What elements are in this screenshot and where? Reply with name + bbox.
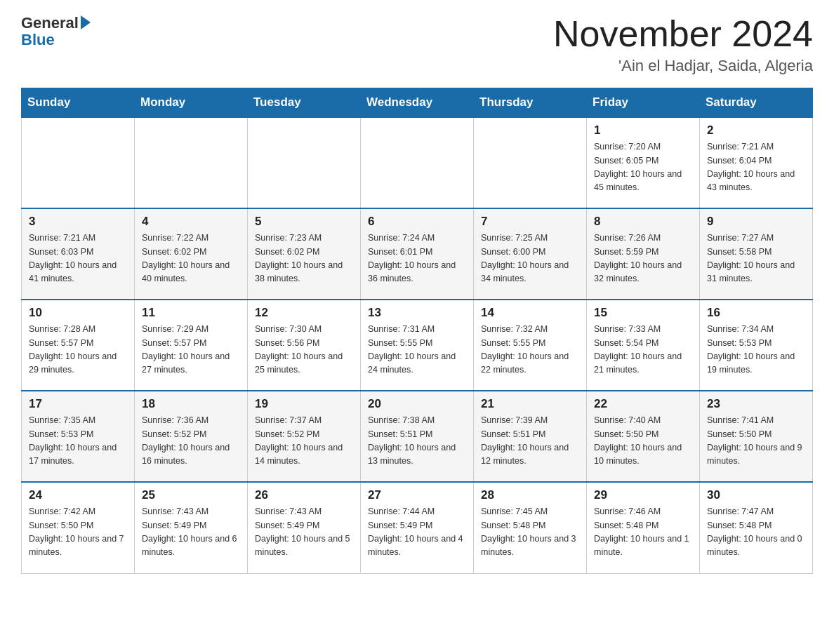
day-info: Sunrise: 7:45 AMSunset: 5:48 PMDaylight:…	[481, 505, 579, 560]
day-number: 2	[707, 123, 805, 137]
calendar-cell: 6Sunrise: 7:24 AMSunset: 6:01 PMDaylight…	[361, 208, 474, 300]
day-info: Sunrise: 7:28 AMSunset: 5:57 PMDaylight:…	[29, 323, 127, 377]
day-info: Sunrise: 7:32 AMSunset: 5:55 PMDaylight:…	[481, 323, 579, 377]
calendar-cell: 15Sunrise: 7:33 AMSunset: 5:54 PMDayligh…	[587, 300, 700, 391]
day-info: Sunrise: 7:36 AMSunset: 5:52 PMDaylight:…	[142, 414, 240, 469]
day-info: Sunrise: 7:25 AMSunset: 6:00 PMDaylight:…	[481, 232, 579, 286]
calendar-cell	[135, 117, 248, 208]
day-number: 13	[368, 306, 466, 320]
calendar-cell: 21Sunrise: 7:39 AMSunset: 5:51 PMDayligh…	[474, 391, 587, 482]
weekday-header-saturday: Saturday	[700, 88, 813, 118]
weekday-header-friday: Friday	[587, 88, 700, 118]
calendar-cell: 30Sunrise: 7:47 AMSunset: 5:48 PMDayligh…	[700, 482, 813, 573]
day-number: 16	[707, 306, 805, 320]
day-number: 27	[368, 488, 466, 502]
calendar-cell: 27Sunrise: 7:44 AMSunset: 5:49 PMDayligh…	[361, 482, 474, 573]
logo-arrow-icon	[81, 15, 91, 29]
day-info: Sunrise: 7:38 AMSunset: 5:51 PMDaylight:…	[368, 414, 466, 469]
day-number: 12	[255, 306, 353, 320]
calendar-cell: 17Sunrise: 7:35 AMSunset: 5:53 PMDayligh…	[22, 391, 135, 482]
day-info: Sunrise: 7:40 AMSunset: 5:50 PMDaylight:…	[594, 414, 692, 469]
day-number: 4	[142, 215, 240, 229]
calendar-week-row: 10Sunrise: 7:28 AMSunset: 5:57 PMDayligh…	[22, 300, 813, 391]
day-number: 28	[481, 488, 579, 502]
day-info: Sunrise: 7:47 AMSunset: 5:48 PMDaylight:…	[707, 505, 805, 560]
day-info: Sunrise: 7:39 AMSunset: 5:51 PMDaylight:…	[481, 414, 579, 469]
day-number: 23	[707, 397, 805, 411]
day-info: Sunrise: 7:43 AMSunset: 5:49 PMDaylight:…	[255, 505, 353, 560]
weekday-header-thursday: Thursday	[474, 88, 587, 118]
day-number: 24	[29, 488, 127, 502]
day-number: 14	[481, 306, 579, 320]
day-number: 21	[481, 397, 579, 411]
calendar-cell	[22, 117, 135, 208]
day-number: 26	[255, 488, 353, 502]
logo-text: General	[21, 14, 79, 32]
day-number: 20	[368, 397, 466, 411]
title-block: November 2024 'Ain el Hadjar, Saida, Alg…	[553, 14, 813, 75]
weekday-header-wednesday: Wednesday	[361, 88, 474, 118]
logo-blue-text: Blue	[21, 31, 55, 49]
calendar-cell: 1Sunrise: 7:20 AMSunset: 6:05 PMDaylight…	[587, 117, 700, 208]
day-number: 25	[142, 488, 240, 502]
calendar-cell: 29Sunrise: 7:46 AMSunset: 5:48 PMDayligh…	[587, 482, 700, 573]
weekday-header-tuesday: Tuesday	[248, 88, 361, 118]
calendar-cell: 13Sunrise: 7:31 AMSunset: 5:55 PMDayligh…	[361, 300, 474, 391]
day-number: 6	[368, 215, 466, 229]
calendar-cell: 9Sunrise: 7:27 AMSunset: 5:58 PMDaylight…	[700, 208, 813, 300]
day-number: 22	[594, 397, 692, 411]
calendar-cell: 5Sunrise: 7:23 AMSunset: 6:02 PMDaylight…	[248, 208, 361, 300]
day-number: 8	[594, 215, 692, 229]
day-number: 29	[594, 488, 692, 502]
day-number: 10	[29, 306, 127, 320]
day-number: 17	[29, 397, 127, 411]
day-info: Sunrise: 7:44 AMSunset: 5:49 PMDaylight:…	[368, 505, 466, 560]
calendar-week-row: 24Sunrise: 7:42 AMSunset: 5:50 PMDayligh…	[22, 482, 813, 573]
day-info: Sunrise: 7:41 AMSunset: 5:50 PMDaylight:…	[707, 414, 805, 469]
day-number: 15	[594, 306, 692, 320]
calendar-cell: 16Sunrise: 7:34 AMSunset: 5:53 PMDayligh…	[700, 300, 813, 391]
weekday-header-sunday: Sunday	[22, 88, 135, 118]
calendar-cell: 18Sunrise: 7:36 AMSunset: 5:52 PMDayligh…	[135, 391, 248, 482]
calendar-cell	[248, 117, 361, 208]
calendar-cell: 23Sunrise: 7:41 AMSunset: 5:50 PMDayligh…	[700, 391, 813, 482]
day-info: Sunrise: 7:31 AMSunset: 5:55 PMDaylight:…	[368, 323, 466, 377]
calendar-cell: 14Sunrise: 7:32 AMSunset: 5:55 PMDayligh…	[474, 300, 587, 391]
calendar-cell: 28Sunrise: 7:45 AMSunset: 5:48 PMDayligh…	[474, 482, 587, 573]
calendar-cell: 11Sunrise: 7:29 AMSunset: 5:57 PMDayligh…	[135, 300, 248, 391]
calendar-cell: 25Sunrise: 7:43 AMSunset: 5:49 PMDayligh…	[135, 482, 248, 573]
day-info: Sunrise: 7:26 AMSunset: 5:59 PMDaylight:…	[594, 232, 692, 286]
day-number: 30	[707, 488, 805, 502]
day-info: Sunrise: 7:23 AMSunset: 6:02 PMDaylight:…	[255, 232, 353, 286]
day-info: Sunrise: 7:27 AMSunset: 5:58 PMDaylight:…	[707, 232, 805, 286]
calendar-cell: 3Sunrise: 7:21 AMSunset: 6:03 PMDaylight…	[22, 208, 135, 300]
day-info: Sunrise: 7:37 AMSunset: 5:52 PMDaylight:…	[255, 414, 353, 469]
day-number: 9	[707, 215, 805, 229]
calendar-week-row: 1Sunrise: 7:20 AMSunset: 6:05 PMDaylight…	[22, 117, 813, 208]
calendar-cell: 26Sunrise: 7:43 AMSunset: 5:49 PMDayligh…	[248, 482, 361, 573]
calendar-cell: 10Sunrise: 7:28 AMSunset: 5:57 PMDayligh…	[22, 300, 135, 391]
calendar-cell: 22Sunrise: 7:40 AMSunset: 5:50 PMDayligh…	[587, 391, 700, 482]
day-info: Sunrise: 7:24 AMSunset: 6:01 PMDaylight:…	[368, 232, 466, 286]
calendar-cell: 12Sunrise: 7:30 AMSunset: 5:56 PMDayligh…	[248, 300, 361, 391]
logo: General Blue	[21, 14, 91, 49]
day-info: Sunrise: 7:46 AMSunset: 5:48 PMDaylight:…	[594, 505, 692, 560]
day-number: 18	[142, 397, 240, 411]
day-info: Sunrise: 7:29 AMSunset: 5:57 PMDaylight:…	[142, 323, 240, 377]
day-info: Sunrise: 7:34 AMSunset: 5:53 PMDaylight:…	[707, 323, 805, 377]
month-title: November 2024	[553, 14, 813, 54]
calendar-cell: 7Sunrise: 7:25 AMSunset: 6:00 PMDaylight…	[474, 208, 587, 300]
weekday-header-monday: Monday	[135, 88, 248, 118]
day-number: 7	[481, 215, 579, 229]
day-number: 5	[255, 215, 353, 229]
day-info: Sunrise: 7:35 AMSunset: 5:53 PMDaylight:…	[29, 414, 127, 469]
calendar-cell: 19Sunrise: 7:37 AMSunset: 5:52 PMDayligh…	[248, 391, 361, 482]
location: 'Ain el Hadjar, Saida, Algeria	[553, 57, 813, 75]
day-info: Sunrise: 7:30 AMSunset: 5:56 PMDaylight:…	[255, 323, 353, 377]
day-info: Sunrise: 7:42 AMSunset: 5:50 PMDaylight:…	[29, 505, 127, 560]
calendar-cell: 8Sunrise: 7:26 AMSunset: 5:59 PMDaylight…	[587, 208, 700, 300]
weekday-header-row: SundayMondayTuesdayWednesdayThursdayFrid…	[22, 88, 813, 118]
day-info: Sunrise: 7:43 AMSunset: 5:49 PMDaylight:…	[142, 505, 240, 560]
calendar-cell: 4Sunrise: 7:22 AMSunset: 6:02 PMDaylight…	[135, 208, 248, 300]
day-number: 11	[142, 306, 240, 320]
